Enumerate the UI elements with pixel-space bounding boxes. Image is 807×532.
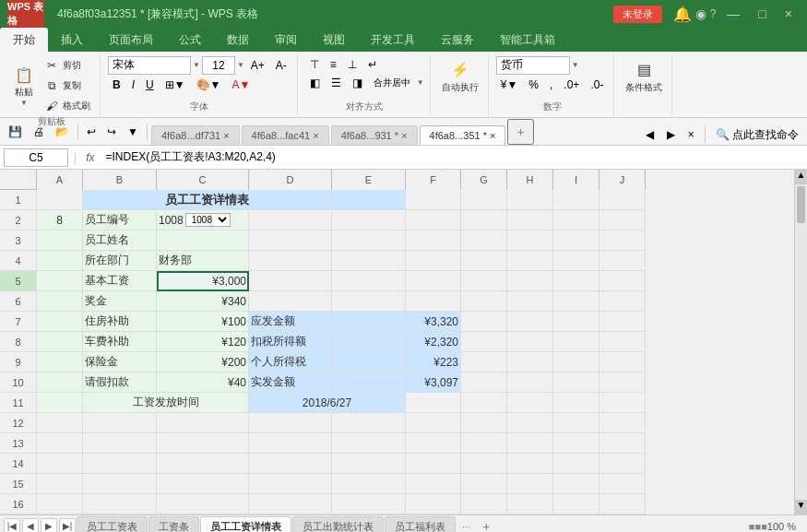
sheet-tab-payroll[interactable]: 员工工资表 [77, 516, 148, 533]
cell-F10[interactable]: ¥3,097 [406, 372, 461, 393]
cell-G8[interactable] [461, 332, 507, 352]
col-header-A[interactable]: A [37, 170, 83, 190]
cell-I12[interactable] [553, 413, 599, 433]
cell-H1[interactable] [507, 190, 553, 210]
cell-F3[interactable] [406, 231, 461, 251]
cell-B10[interactable]: 请假扣款 [83, 372, 157, 393]
cell-F13[interactable] [406, 433, 461, 454]
col-header-J[interactable]: J [599, 170, 646, 190]
cell-E10[interactable] [332, 372, 406, 393]
add-sheet-btn[interactable]: + [477, 517, 495, 533]
cell-D15[interactable] [249, 474, 332, 494]
bold-button[interactable]: B [108, 77, 125, 93]
cell-H7[interactable] [507, 312, 553, 332]
sheet-tab-payslip[interactable]: 工资条 [148, 516, 199, 533]
copy-button[interactable]: ⧉ 复制 [41, 77, 94, 95]
scroll-down-btn[interactable]: ▼ [795, 500, 807, 514]
cell-D13[interactable] [249, 433, 332, 454]
cell-I5[interactable] [553, 271, 599, 291]
wrap-text-btn[interactable]: ↵ [363, 56, 382, 73]
tab-data[interactable]: 数据 [214, 28, 262, 52]
cell-G4[interactable] [461, 251, 507, 271]
cell-E16[interactable] [332, 494, 406, 514]
cell-A1[interactable] [37, 190, 83, 210]
file-tab-4[interactable]: 4f6a8...351 * × [420, 125, 506, 145]
cell-D2[interactable] [249, 210, 332, 231]
cell-G15[interactable] [461, 474, 507, 494]
decrease-font-btn[interactable]: A- [271, 57, 291, 74]
file-tab-2[interactable]: 4f6a8...fac41 × [242, 125, 329, 145]
undo-list-btn[interactable]: ▼ [123, 124, 143, 140]
cond-format-button[interactable]: ▤ 条件格式 [622, 57, 666, 96]
cell-H10[interactable] [507, 372, 553, 393]
align-left-btn[interactable]: ◧ [305, 75, 325, 91]
cell-E13[interactable] [332, 433, 406, 454]
cell-I9[interactable] [553, 352, 599, 372]
font-color-button[interactable]: A▼ [227, 77, 255, 93]
cell-E2[interactable] [332, 210, 406, 231]
col-header-H[interactable]: H [507, 170, 553, 190]
cell-C13[interactable] [157, 433, 249, 454]
cell-A16[interactable] [37, 494, 83, 514]
cell-A4[interactable] [37, 251, 83, 271]
cell-H3[interactable] [507, 231, 553, 251]
cell-C9[interactable]: ¥200 [157, 352, 249, 372]
cell-G2[interactable] [461, 210, 507, 231]
cell-A15[interactable] [37, 474, 83, 494]
sheet-tab-more[interactable]: ··· [457, 519, 476, 533]
cell-H2[interactable] [507, 210, 553, 231]
cell-I1[interactable] [553, 190, 599, 210]
cell-I13[interactable] [553, 433, 599, 454]
align-right-btn[interactable]: ◨ [348, 75, 367, 91]
cell-E12[interactable] [332, 413, 406, 433]
close-tab-btn[interactable]: × [683, 126, 699, 143]
scroll-thumb[interactable] [797, 186, 805, 223]
cell-B15[interactable] [83, 474, 157, 494]
tab-insert[interactable]: 插入 [48, 28, 96, 52]
cell-J1[interactable] [599, 190, 646, 210]
cell-E1[interactable] [332, 190, 406, 210]
cell-reference-input[interactable] [4, 148, 68, 167]
cell-H16[interactable] [507, 494, 553, 514]
cell-D14[interactable] [249, 454, 332, 474]
cell-F1[interactable] [406, 190, 461, 210]
save-button[interactable]: 💾 [4, 124, 27, 140]
cell-B16[interactable] [83, 494, 157, 514]
cell-E3[interactable] [332, 231, 406, 251]
cell-A8[interactable] [37, 332, 83, 352]
cell-C14[interactable] [157, 454, 249, 474]
cell-D7[interactable]: 应发金额 [249, 312, 332, 332]
cell-F2[interactable] [406, 210, 461, 231]
cell-H12[interactable] [507, 413, 553, 433]
cell-D5[interactable] [249, 271, 332, 291]
cell-B2[interactable]: 员工编号 [83, 210, 157, 231]
cell-B4[interactable]: 所在部门 [83, 251, 157, 271]
align-bottom-btn[interactable]: ⊥ [343, 56, 362, 73]
cell-H8[interactable] [507, 332, 553, 352]
cell-J16[interactable] [599, 494, 646, 514]
cell-D8[interactable]: 扣税所得额 [249, 332, 332, 352]
open-button[interactable]: 📂 [51, 124, 74, 140]
border-button[interactable]: ⊞▼ [160, 77, 190, 93]
sheet-tab-attendance[interactable]: 员工出勤统计表 [292, 516, 384, 533]
tab-review[interactable]: 审阅 [262, 28, 310, 52]
cell-H6[interactable] [507, 291, 553, 312]
scroll-track[interactable] [795, 184, 807, 500]
cell-F9[interactable]: ¥223 [406, 352, 461, 372]
cut-button[interactable]: ✂ 剪切 [41, 56, 94, 75]
cell-E5[interactable] [332, 271, 406, 291]
cell-G16[interactable] [461, 494, 507, 514]
cell-J8[interactable] [599, 332, 646, 352]
cell-J13[interactable] [599, 433, 646, 454]
tab-cloud[interactable]: 云服务 [428, 28, 487, 52]
cell-G9[interactable] [461, 352, 507, 372]
format-brush-button[interactable]: 🖌 格式刷 [41, 97, 94, 115]
login-button[interactable]: 未登录 [613, 6, 662, 23]
increase-decimal-btn[interactable]: .0+ [559, 77, 584, 93]
number-format-input[interactable] [496, 56, 570, 75]
thousands-btn[interactable]: , [545, 77, 557, 93]
tab-developer[interactable]: 开发工具 [358, 28, 428, 52]
scroll-up-btn[interactable]: ▲ [795, 170, 807, 184]
file-tab-3[interactable]: 4f6a8...931 * × [331, 125, 418, 145]
undo-button[interactable]: ↩ [82, 124, 101, 140]
